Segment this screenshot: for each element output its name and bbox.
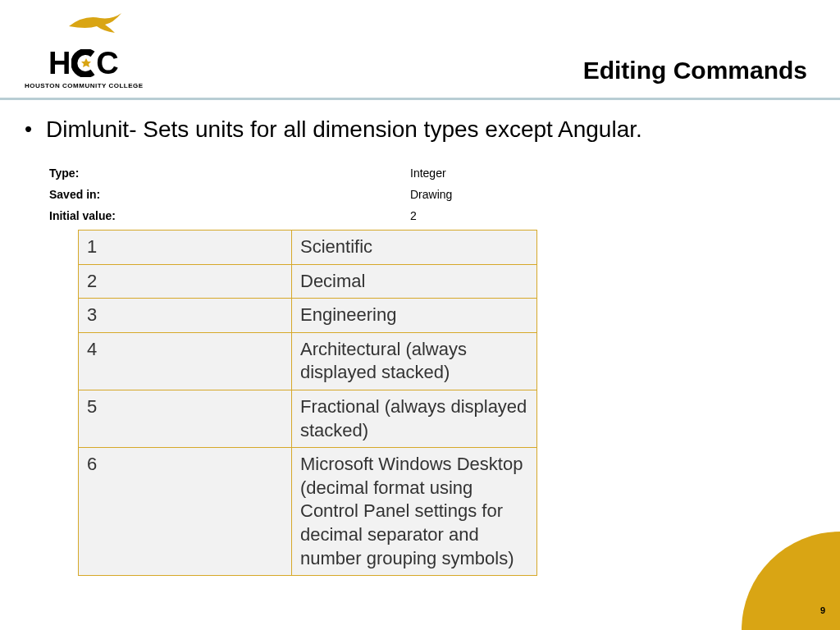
unit-number: 2: [79, 264, 292, 299]
unit-number: 4: [79, 332, 292, 390]
unit-description: Microsoft Windows Desktop (decimal forma…: [292, 448, 537, 576]
table-row: 3 Engineering: [79, 299, 537, 333]
meta-value: Drawing: [410, 188, 815, 201]
meta-label: Type:: [49, 167, 410, 180]
unit-description: Engineering: [292, 299, 537, 333]
slide-header: H C HOUSTON COMMUNITY COLLEGE Editing Co…: [0, 0, 840, 100]
unit-number: 1: [79, 231, 292, 265]
bullet-dot-icon: •: [25, 116, 46, 142]
meta-row-saved: Saved in: Drawing: [49, 184, 815, 205]
unit-number: 3: [79, 299, 292, 333]
logo-c-with-star-icon: [71, 49, 96, 77]
meta-row-initial: Initial value: 2: [49, 205, 815, 226]
slide-title: Editing Commands: [583, 57, 807, 89]
unit-description: Architectural (always displayed stacked): [292, 332, 537, 390]
svg-marker-0: [81, 58, 91, 67]
slide-body: • Dimlunit- Sets units for all dimension…: [0, 100, 840, 576]
meta-row-type: Type: Integer: [49, 162, 815, 184]
meta-label: Saved in:: [49, 188, 410, 201]
logo-sub-text: HOUSTON COMMUNITY COLLEGE: [25, 82, 144, 89]
unit-description: Decimal: [292, 264, 537, 299]
corner-decoration: [742, 532, 840, 630]
meta-label: Initial value:: [49, 209, 410, 222]
meta-block: Type: Integer Saved in: Drawing Initial …: [49, 162, 815, 226]
bullet-text: Dimlunit- Sets units for all dimension t…: [46, 116, 642, 143]
table-row: 4 Architectural (always displayed stacke…: [79, 332, 537, 390]
logo-main-text: H C: [48, 48, 120, 79]
eagle-icon: [67, 11, 125, 36]
units-table: 1 Scientific 2 Decimal 3 Engineering 4 A…: [78, 230, 537, 576]
table-row: 5 Fractional (always displayed stacked): [79, 390, 537, 447]
meta-value: Integer: [410, 167, 815, 180]
table-row: 1 Scientific: [79, 231, 537, 265]
table-row: 6 Microsoft Windows Desktop (decimal for…: [79, 448, 537, 576]
unit-number: 5: [79, 390, 292, 447]
page-number: 9: [820, 605, 825, 615]
unit-description: Scientific: [292, 231, 537, 265]
hcc-logo: H C HOUSTON COMMUNITY COLLEGE: [25, 16, 144, 89]
bullet-item: • Dimlunit- Sets units for all dimension…: [25, 116, 815, 143]
unit-number: 6: [79, 448, 292, 576]
meta-value: 2: [410, 209, 815, 222]
table-row: 2 Decimal: [79, 264, 537, 299]
unit-description: Fractional (always displayed stacked): [292, 390, 537, 447]
